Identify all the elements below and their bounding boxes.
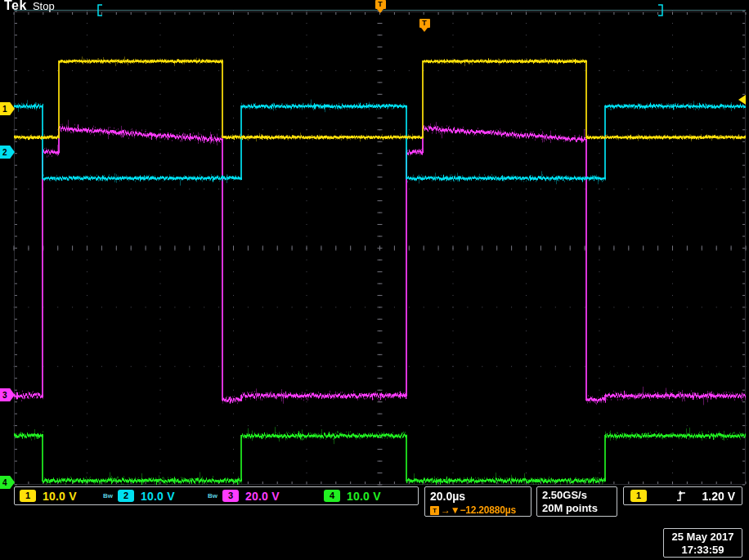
trigger-down-arrow-icon — [421, 28, 428, 32]
acquisition-status: Stop — [33, 0, 55, 12]
trigger-level-readout: 1.20 V — [702, 490, 735, 503]
ch2-scale: 10.0 V — [141, 490, 201, 503]
delay-arrows-icon: →▼ — [441, 504, 460, 516]
trigger-delay-readout: T →▼ −12.20880µs — [430, 504, 526, 516]
ch2-bandwidth-icon: Bw — [208, 493, 221, 500]
horizontal-readout-box[interactable]: 20.0µs T →▼ −12.20880µs — [424, 486, 531, 517]
delay-value: −12.20880µs — [460, 504, 515, 516]
channel-readouts-box[interactable]: 1 10.0 V Bw 2 10.0 V Bw 3 20.0 V 4 10.0 … — [14, 486, 419, 505]
acquisition-readout-box: 2.50GS/s 20M points — [536, 486, 617, 517]
rising-edge-icon — [676, 490, 686, 503]
waveform-display[interactable] — [0, 0, 749, 560]
trigger-point-marker[interactable]: T — [419, 19, 430, 32]
datetime-box: 25 May 2017 17:33:59 — [663, 528, 742, 558]
ch3-scale: 20.0 V — [245, 490, 306, 503]
ch1-bandwidth-icon: Bw — [103, 493, 116, 500]
trigger-readout-box[interactable]: 1 1.20 V — [623, 486, 742, 505]
trigger-position-marker[interactable]: T — [374, 0, 386, 13]
delay-t-icon: T — [430, 506, 439, 515]
tek-logo: Tek — [4, 0, 27, 12]
trigger-point-t-icon: T — [419, 19, 430, 28]
ch1-badge[interactable]: 1 — [20, 490, 36, 502]
time-label: 17:33:59 — [664, 544, 742, 557]
trigger-position-t-icon: T — [375, 0, 386, 9]
record-length: 20M points — [542, 502, 612, 515]
sample-rate: 2.50GS/s — [542, 489, 612, 502]
ch4-badge[interactable]: 4 — [324, 490, 340, 502]
ch1-scale: 10.0 V — [43, 490, 103, 503]
ch3-badge[interactable]: 3 — [222, 490, 239, 502]
ch4-scale: 10.0 V — [347, 490, 407, 503]
header-bar: TekStop — [4, 0, 55, 13]
ch2-badge[interactable]: 2 — [118, 490, 134, 502]
date-label: 25 May 2017 — [664, 531, 742, 544]
timebase-scale: 20.0µs — [430, 490, 526, 503]
trigger-down-arrow-icon — [377, 9, 383, 13]
trigger-source-badge: 1 — [630, 490, 647, 502]
